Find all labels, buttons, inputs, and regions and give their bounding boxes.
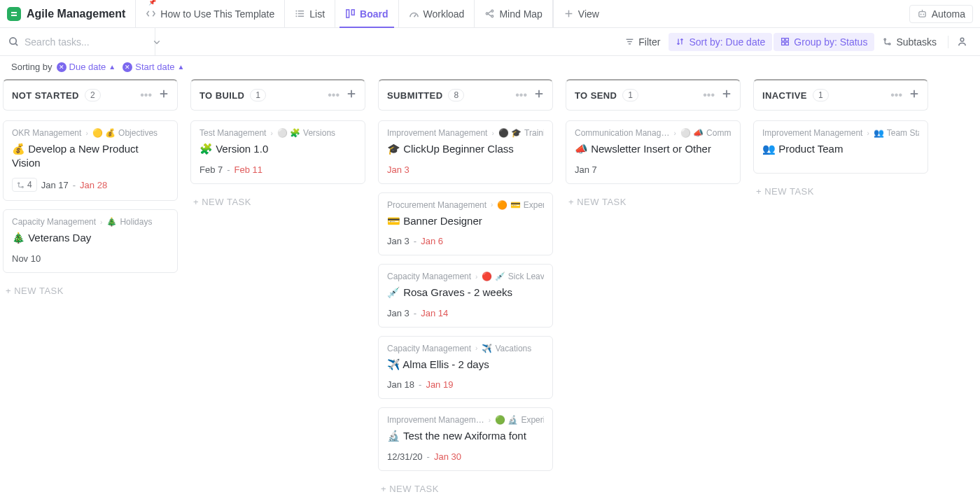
plus-icon[interactable]	[346, 89, 356, 101]
view-board[interactable]: Board	[335, 0, 398, 27]
plus-icon[interactable]	[909, 89, 919, 101]
plus-icon[interactable]	[722, 89, 732, 101]
new-task-button[interactable]: + NEW TASK	[190, 192, 365, 211]
column-name: INACTIVE	[762, 90, 807, 101]
task-card[interactable]: Procurement Management›🟠 💳Expenses💳 Bann…	[378, 192, 553, 256]
column-count: 1	[813, 89, 829, 101]
card-footer: Jan 18 - Jan 19	[387, 379, 544, 390]
crumb-emoji: 🔴 💉	[482, 272, 505, 281]
new-task-button[interactable]: + NEW TASK	[753, 182, 928, 201]
card-breadcrumb: Capacity Management›🔴 💉Sick Leave	[387, 272, 544, 281]
more-icon[interactable]: •••	[140, 89, 152, 101]
column-header[interactable]: NOT STARTED2•••	[3, 79, 178, 111]
date-dash: -	[227, 164, 230, 175]
card-footer: Jan 7	[575, 164, 732, 175]
more-icon[interactable]: •••	[515, 89, 527, 101]
card-title: 💉 Rosa Graves - 2 weeks	[387, 286, 544, 300]
svg-rect-9	[351, 10, 354, 15]
crumb-list: Sick Leave	[508, 272, 544, 281]
card-footer: Jan 3 - Jan 6	[387, 236, 544, 246]
task-card[interactable]: Test Management›⚪ 🧩Versions🧩 Version 1.0…	[190, 120, 365, 184]
chevron-right-icon: ›	[489, 416, 491, 424]
card-breadcrumb: Improvement Management›👥Team Status	[762, 128, 919, 138]
task-card[interactable]: Improvement Managem…›🟢 🔬Experime…🔬 Test …	[378, 407, 553, 471]
crumb-space: Test Management	[200, 128, 266, 138]
column-header[interactable]: SUBMITTED8•••	[378, 79, 553, 111]
more-icon[interactable]: •••	[328, 89, 340, 101]
view-add[interactable]: View	[553, 0, 609, 27]
card-title: 🎄 Veterans Day	[12, 231, 169, 245]
groupby-label: Group by: Status	[794, 36, 867, 48]
column-header[interactable]: TO SEND1•••	[566, 79, 741, 111]
plus-icon[interactable]	[534, 89, 544, 101]
board-icon	[345, 8, 356, 19]
svg-rect-1	[11, 15, 17, 16]
crumb-list: Trainings	[524, 128, 544, 138]
view-howto-label: How to Use This Template	[160, 8, 274, 20]
new-task-button[interactable]: + NEW TASK	[3, 281, 178, 300]
column-header[interactable]: TO BUILD1•••	[190, 79, 365, 111]
task-card[interactable]: Improvement Management›👥Team Status👥 Pro…	[753, 120, 928, 174]
task-card[interactable]: Capacity Management›🔴 💉Sick Leave💉 Rosa …	[378, 264, 553, 328]
filter-label: Filter	[638, 36, 660, 48]
new-task-button[interactable]: + NEW TASK	[378, 479, 553, 498]
svg-line-10	[414, 14, 416, 17]
crumb-space: Communication Manag…	[575, 128, 669, 138]
automations-label: Automa	[932, 8, 965, 20]
me-button[interactable]	[953, 33, 972, 50]
svg-point-7	[296, 15, 298, 17]
more-icon[interactable]: •••	[890, 89, 902, 101]
automations-button[interactable]: Automa	[909, 5, 973, 23]
view-mindmap[interactable]: Mind Map	[475, 0, 552, 27]
search-icon	[8, 36, 19, 47]
new-task-button[interactable]: + NEW TASK	[566, 192, 741, 211]
start-date: 12/31/20	[387, 451, 423, 462]
task-card[interactable]: Improvement Management›⚫ 🎓Trainings🎓 Cli…	[378, 120, 553, 184]
crumb-space: Improvement Management	[762, 128, 862, 138]
close-icon[interactable]: ✕	[57, 62, 66, 72]
sortby-button[interactable]: Sort by: Due date	[668, 33, 772, 51]
search-input[interactable]	[24, 36, 147, 48]
crumb-space: Capacity Management	[12, 217, 96, 227]
plus-icon[interactable]	[159, 89, 169, 101]
arrow-up-icon: ▲	[178, 63, 185, 71]
plus-icon	[564, 8, 574, 19]
chevron-right-icon: ›	[491, 201, 493, 209]
filter-button[interactable]: Filter	[618, 33, 667, 51]
chevron-down-icon[interactable]	[153, 38, 161, 46]
sort-pill-primary[interactable]: ✕ Due date ▲	[57, 62, 116, 72]
column-name: TO BUILD	[200, 90, 244, 101]
crumb-space: OKR Management	[12, 128, 81, 138]
subtasks-icon	[883, 37, 892, 46]
space-title[interactable]: Agile Management	[7, 0, 136, 27]
subtasks-button[interactable]: Subtasks	[876, 33, 944, 51]
column: NOT STARTED2•••OKR Management›🟡 💰Objecti…	[3, 79, 178, 498]
view-workload[interactable]: Workload	[399, 0, 475, 27]
column: TO SEND1•••Communication Manag…›⚪ 📣Commu…	[566, 79, 741, 498]
date-dash: -	[414, 236, 416, 246]
date-dash: -	[73, 180, 76, 190]
crumb-list: Objectives	[118, 128, 158, 138]
svg-point-13	[491, 15, 493, 17]
crumb-emoji: ✈️	[482, 344, 492, 353]
svg-rect-26	[786, 38, 789, 41]
subtask-count[interactable]: 4	[12, 178, 37, 192]
groupby-button[interactable]: Group by: Status	[774, 33, 874, 51]
robot-icon	[917, 8, 927, 19]
divider	[948, 36, 948, 48]
close-icon[interactable]: ✕	[122, 62, 132, 72]
list-icon	[295, 8, 305, 19]
more-icon[interactable]: •••	[703, 89, 715, 101]
column-header[interactable]: INACTIVE1•••	[753, 79, 928, 111]
task-card[interactable]: OKR Management›🟡 💰Objectives💰 Develop a …	[3, 120, 178, 201]
crumb-list: Team Status	[887, 128, 919, 138]
sort-pill-secondary[interactable]: ✕ Start date ▲	[122, 62, 184, 72]
column: SUBMITTED8•••Improvement Management›⚫ 🎓T…	[378, 79, 553, 498]
task-card[interactable]: Capacity Management›🎄Holidays🎄 Veterans …	[3, 209, 178, 273]
sorting-label: Sorting by	[11, 62, 52, 72]
task-card[interactable]: Capacity Management›✈️Vacations✈️ Alma E…	[378, 336, 553, 400]
view-howto[interactable]: 📌 How to Use This Template	[136, 0, 285, 27]
crumb-space: Capacity Management	[387, 272, 471, 281]
task-card[interactable]: Communication Manag…›⚪ 📣Communica…📣 News…	[566, 120, 741, 184]
view-list[interactable]: List	[285, 0, 335, 27]
